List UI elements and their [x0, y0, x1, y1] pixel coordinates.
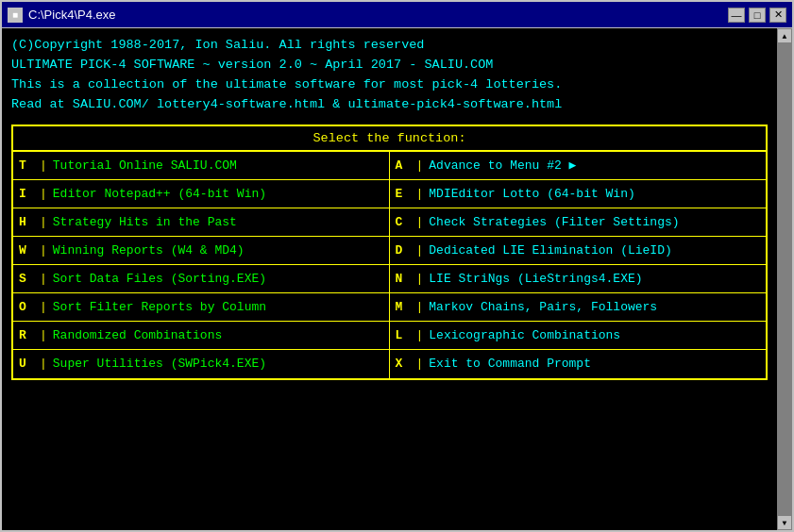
menu-key-L: L	[396, 328, 411, 342]
restore-button[interactable]: □	[749, 8, 766, 23]
menu-label-O: Sort Filter Reports by Column	[53, 300, 266, 314]
menu-label-D: Dedicated LIE Elimination (LieID)	[429, 243, 671, 258]
menu-item-H[interactable]: H | Strategy Hits in the Past	[13, 208, 390, 237]
menu-label-L: Lexicographic Combinations	[429, 328, 620, 342]
header-line4: Read at SALIU.COM/ lottery4-software.htm…	[11, 95, 768, 115]
main-window: ■ C:\Pick4\P4.exe — □ ✕ (C)Copyright 198…	[0, 0, 794, 532]
menu-label-W: Winning Reports (W4 & MD4)	[53, 243, 245, 258]
header-line1: (C)Copyright 1988-2017, Ion Saliu. All r…	[11, 36, 768, 56]
console-area: (C)Copyright 1988-2017, Ion Saliu. All r…	[2, 28, 792, 530]
scrollbar: ▲ ▼	[777, 28, 792, 530]
menu-label-A: Advance to Menu #2 ▶	[429, 158, 576, 173]
menu-item-L[interactable]: L | Lexicographic Combinations	[390, 322, 767, 350]
header-line3: This is a collection of the ultimate sof…	[11, 75, 768, 95]
menu-label-E: MDIEditor Lotto (64-bit Win)	[429, 187, 634, 201]
menu-item-A[interactable]: A | Advance to Menu #2 ▶	[390, 152, 767, 180]
window-title: C:\Pick4\P4.exe	[28, 8, 116, 22]
menu-item-D[interactable]: D | Dedicated LIE Elimination (LieID)	[390, 237, 767, 265]
menu-key-M: M	[396, 300, 411, 314]
menu-key-X: X	[396, 357, 411, 371]
menu-key-W: W	[19, 243, 34, 258]
menu-item-W[interactable]: W | Winning Reports (W4 & MD4)	[13, 237, 390, 265]
menu-item-R[interactable]: R | Randomized Combinations	[13, 322, 390, 350]
menu-key-S: S	[19, 272, 34, 286]
menu-key-E: E	[396, 187, 411, 201]
header-line2: ULTIMATE PICK-4 SOFTWARE ~ version 2.0 ~…	[11, 56, 768, 75]
menu-label-N: LIE StriNgs (LieStrings4.EXE)	[429, 272, 642, 286]
minimize-button[interactable]: —	[728, 8, 745, 23]
menu-item-I[interactable]: I | Editor Notepad++ (64-bit Win)	[13, 180, 390, 208]
close-button[interactable]: ✕	[769, 8, 786, 23]
console-content: (C)Copyright 1988-2017, Ion Saliu. All r…	[2, 28, 777, 530]
window-icon: ■	[8, 8, 23, 23]
menu-label-R: Randomized Combinations	[53, 328, 222, 342]
menu-key-D: D	[396, 243, 411, 258]
menu-item-U[interactable]: U | Super Utilities (SWPick4.EXE)	[13, 350, 390, 378]
menu-key-O: O	[19, 300, 34, 314]
menu-item-T[interactable]: T | Tutorial Online SALIU.COM	[13, 152, 390, 180]
title-bar-left: ■ C:\Pick4\P4.exe	[8, 8, 116, 23]
menu-label-S: Sort Data Files (Sorting.EXE)	[53, 272, 266, 286]
menu-key-U: U	[19, 357, 34, 371]
menu-title: Select the function:	[13, 126, 766, 152]
menu-label-X: Exit to Command Prompt	[429, 357, 591, 371]
menu-item-S[interactable]: S | Sort Data Files (Sorting.EXE)	[13, 265, 390, 293]
menu-key-A: A	[396, 158, 411, 173]
menu-key-H: H	[19, 215, 34, 229]
scroll-down-button[interactable]: ▼	[777, 515, 792, 530]
menu-label-U: Super Utilities (SWPick4.EXE)	[53, 357, 266, 371]
menu-item-X[interactable]: X | Exit to Command Prompt	[390, 350, 767, 378]
menu-key-C: C	[396, 215, 411, 229]
menu-key-N: N	[396, 272, 411, 286]
menu-grid: T | Tutorial Online SALIU.COM A | Advanc…	[13, 152, 766, 378]
title-bar: ■ C:\Pick4\P4.exe — □ ✕	[2, 2, 792, 28]
menu-box: Select the function: T | Tutorial Online…	[11, 125, 768, 380]
menu-label-M: Markov Chains, Pairs, Followers	[429, 300, 657, 314]
menu-item-N[interactable]: N | LIE StriNgs (LieStrings4.EXE)	[390, 265, 767, 293]
menu-item-E[interactable]: E | MDIEditor Lotto (64-bit Win)	[390, 180, 767, 208]
title-bar-buttons: — □ ✕	[728, 8, 786, 23]
menu-label-I: Editor Notepad++ (64-bit Win)	[53, 187, 266, 201]
menu-item-O[interactable]: O | Sort Filter Reports by Column	[13, 293, 390, 322]
menu-key-R: R	[19, 328, 34, 342]
header-text: (C)Copyright 1988-2017, Ion Saliu. All r…	[11, 36, 768, 115]
menu-key-I: I	[19, 187, 34, 201]
scroll-track[interactable]	[777, 43, 792, 515]
menu-key-T: T	[19, 158, 34, 173]
menu-label-C: Check Strategies (Filter Settings)	[429, 215, 679, 229]
menu-label-T: Tutorial Online SALIU.COM	[53, 158, 237, 173]
menu-item-M[interactable]: M | Markov Chains, Pairs, Followers	[390, 293, 767, 322]
scroll-up-button[interactable]: ▲	[777, 28, 792, 43]
menu-label-H: Strategy Hits in the Past	[53, 215, 237, 229]
menu-item-C[interactable]: C | Check Strategies (Filter Settings)	[390, 208, 767, 237]
